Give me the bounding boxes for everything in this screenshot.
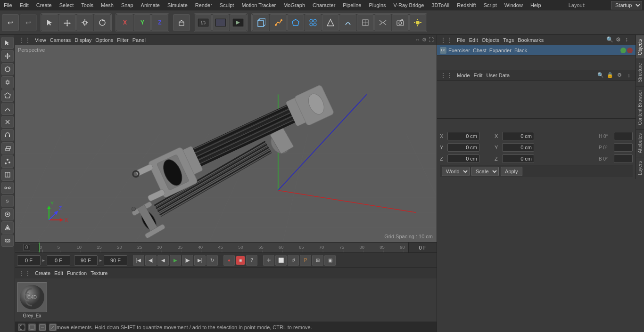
material-menu-function[interactable]: Function	[67, 270, 87, 276]
menu-select[interactable]: Select	[56, 1, 78, 9]
obj-menu-tags[interactable]: Tags	[503, 37, 514, 43]
viewport-menu-options[interactable]: Options	[95, 37, 113, 43]
sidebar-smooth-tool[interactable]: S	[1, 195, 14, 207]
menu-snap[interactable]: Snap	[117, 1, 137, 9]
timeline-ruler[interactable]: 0 0 5 10 15 20 25 30 35 40	[15, 242, 437, 252]
transport-current-frame[interactable]	[47, 255, 70, 266]
subdivision-button[interactable]	[357, 14, 374, 31]
viewport-icon-settings[interactable]: ⚙	[422, 37, 427, 43]
viewport-menu-view[interactable]: View	[35, 37, 46, 43]
coord-y-size-input[interactable]	[502, 143, 534, 152]
transport-end-frame[interactable]	[74, 255, 98, 266]
close-status-icon[interactable]	[49, 324, 57, 331]
attr-search-icon[interactable]: 🔍	[597, 72, 604, 79]
transport-start-frame[interactable]	[17, 255, 41, 266]
render-to-po-button[interactable]	[230, 14, 247, 31]
array-tool-button[interactable]	[305, 14, 322, 31]
menu-redshift[interactable]: Redshift	[453, 1, 479, 9]
coord-b-input[interactable]	[614, 154, 633, 163]
apply-button[interactable]: Apply	[501, 167, 522, 176]
rotate-tool-button[interactable]	[94, 14, 111, 31]
sidebar-extrude-tool[interactable]	[1, 142, 14, 154]
timeline-current-marker[interactable]	[39, 243, 40, 252]
menu-window[interactable]: Window	[501, 1, 527, 9]
bend-deformer-button[interactable]	[339, 14, 356, 31]
select-tool-button[interactable]	[41, 14, 58, 31]
render-region-button[interactable]	[195, 14, 212, 31]
3d-viewport[interactable]: X Y Z Perspective Grid Spacing : 10 cm	[15, 45, 437, 242]
menu-3dtoall[interactable]: 3DToAll	[428, 1, 453, 9]
coord-z-size-input[interactable]	[502, 154, 534, 163]
material-item[interactable]: C4D Grey_Ex	[17, 282, 47, 318]
symmetry-button[interactable]	[374, 14, 391, 31]
sidebar-bridge-tool[interactable]	[1, 182, 14, 194]
screen-icon[interactable]	[28, 324, 36, 331]
menu-character[interactable]: Character	[309, 1, 339, 9]
menu-animate[interactable]: Animate	[137, 1, 164, 9]
attr-settings-icon[interactable]: ⚙	[616, 72, 623, 79]
sidebar-paint-tool[interactable]	[1, 208, 14, 220]
light-button[interactable]	[409, 14, 426, 31]
sidebar-loop-tool[interactable]	[1, 169, 14, 181]
x-axis-button[interactable]: X	[116, 14, 133, 31]
material-menu-texture[interactable]: Texture	[91, 270, 107, 276]
material-menu-create[interactable]: Create	[35, 270, 50, 276]
obj-menu-objects[interactable]: Objects	[482, 37, 499, 43]
menu-help[interactable]: Help	[527, 1, 545, 9]
side-tab-objects[interactable]: Objects	[636, 35, 644, 59]
goto-start-button[interactable]: |◀	[133, 255, 144, 266]
goto-end-button[interactable]: ▶|	[194, 255, 206, 266]
obj-menu-edit[interactable]: Edit	[469, 37, 478, 43]
attr-expand-icon[interactable]: ↕	[625, 72, 633, 79]
world-select-dropdown[interactable]: World	[442, 167, 470, 176]
z-axis-button[interactable]: Z	[151, 14, 168, 31]
menu-script[interactable]: Script	[480, 1, 501, 9]
sidebar-magnet-tool[interactable]	[1, 129, 14, 141]
sidebar-point-tool[interactable]	[1, 155, 14, 168]
question-button[interactable]: ?	[246, 255, 257, 266]
viewport-icon-expand[interactable]: ↔	[415, 37, 420, 43]
redo-button[interactable]: ↩	[20, 14, 37, 31]
sidebar-poly-tool[interactable]	[1, 89, 14, 102]
extra-btn-6[interactable]: ▣	[324, 255, 336, 266]
polygon-tool-button[interactable]	[287, 14, 304, 31]
sidebar-scale-tool[interactable]	[1, 76, 14, 89]
obj-settings-icon[interactable]: ⚙	[616, 36, 623, 44]
menu-mograph[interactable]: MoGraph	[280, 1, 309, 9]
play-forward-button[interactable]: ▶	[170, 255, 181, 266]
viewport-icon-maximize[interactable]: ⛶	[429, 37, 434, 43]
side-tab-content-browser[interactable]: Content Browser	[636, 86, 644, 129]
sidebar-move-tool[interactable]	[1, 50, 14, 62]
menu-mesh[interactable]: Mesh	[97, 1, 117, 9]
attr-menu-userdata[interactable]: User Data	[487, 73, 510, 78]
viewport-menu-filter[interactable]: Filter	[117, 37, 128, 43]
extra-btn-2[interactable]: ⬜	[275, 255, 287, 266]
menu-file[interactable]: File	[0, 1, 16, 9]
obj-search-icon[interactable]: 🔍	[606, 36, 614, 44]
menu-create[interactable]: Create	[33, 1, 56, 9]
obj-menu-file[interactable]: File	[457, 37, 465, 43]
pen-tool-button[interactable]	[270, 14, 287, 31]
boole-button[interactable]	[322, 14, 339, 31]
menu-pipeline[interactable]: Pipeline	[339, 1, 365, 9]
menu-plugins[interactable]: Plugins	[365, 1, 389, 9]
extra-btn-4[interactable]: P	[300, 255, 311, 266]
transport-max-frame[interactable]	[104, 255, 127, 266]
undo-button[interactable]: ↩	[2, 14, 19, 31]
stop-button[interactable]: ■	[236, 256, 245, 265]
sidebar-rigging-tool[interactable]	[1, 235, 14, 247]
coord-x-pos-input[interactable]	[447, 132, 479, 140]
menu-motion-tracker[interactable]: Motion Tracker	[238, 1, 280, 9]
record-button[interactable]: ●	[223, 255, 235, 266]
sidebar-select-tool[interactable]	[1, 37, 14, 49]
material-menu-edit[interactable]: Edit	[54, 270, 63, 276]
menu-sculpt[interactable]: Sculpt	[216, 1, 238, 9]
coord-p-input[interactable]	[614, 143, 633, 152]
object-item-expander[interactable]: L0 Exerciser_Chest_Expander_Black	[437, 45, 636, 56]
obj-menu-bookmarks[interactable]: Bookmarks	[518, 37, 544, 43]
move-tool-button[interactable]	[59, 14, 76, 31]
coord-z-pos-input[interactable]	[447, 154, 479, 163]
object-tool-button[interactable]	[173, 14, 190, 31]
side-tab-attributes[interactable]: Attributes	[636, 129, 644, 157]
menu-tools[interactable]: Tools	[77, 1, 97, 9]
